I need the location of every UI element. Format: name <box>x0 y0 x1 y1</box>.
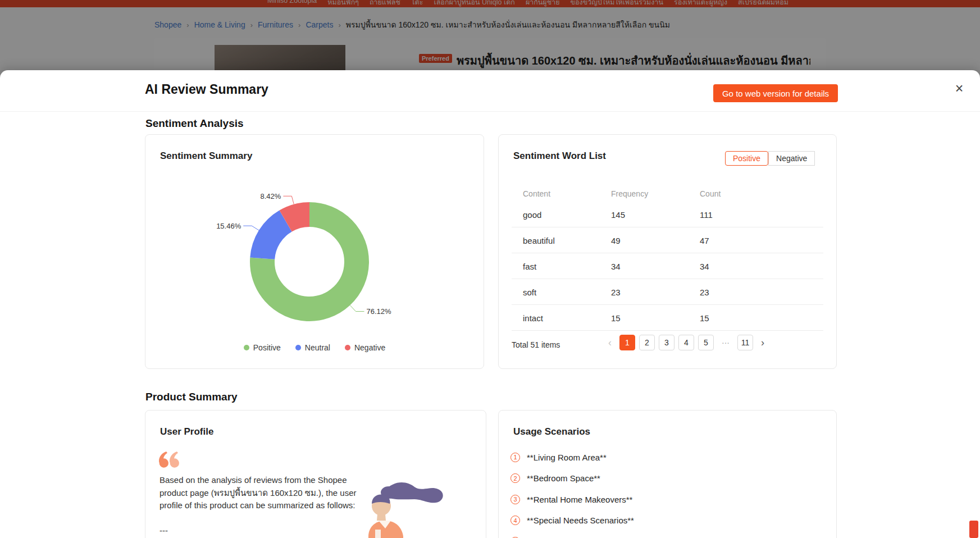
pagination-total: Total 51 items <box>512 340 560 349</box>
usage-scenario-item: 4 **Special Needs Scenarios** <box>510 510 634 531</box>
cell-frequency: 145 <box>611 209 625 219</box>
user-profile-title: User Profile <box>160 426 213 437</box>
user-profile-card: User Profile Based on the analysis of re… <box>145 410 486 538</box>
column-header-count: Count <box>700 189 721 198</box>
profile-text-line: product page (พรมปูพื้นขนาด 160x120 ซม.)… <box>159 487 353 500</box>
usage-scenario-text: **Living Room Area** <box>527 453 607 462</box>
pagination-page[interactable]: 1 <box>619 335 635 350</box>
legend-item: Positive <box>244 343 281 352</box>
numbered-circle-icon: 3 <box>510 495 520 504</box>
cell-frequency: 23 <box>611 287 621 297</box>
svg-text:8.42%: 8.42% <box>260 192 281 200</box>
cell-content: beautiful <box>523 235 555 245</box>
legend-dot-icon <box>244 345 249 350</box>
legend-dot-icon <box>295 345 301 350</box>
woman-illustration <box>367 473 452 538</box>
sentiment-toggle: Positive Negative <box>725 151 815 166</box>
numbered-circle-icon: 2 <box>510 473 520 483</box>
sentiment-donut-chart: 76.12%15.46%8.42% <box>145 135 484 368</box>
usage-scenario-text: **Special Needs Scenarios** <box>527 516 634 525</box>
go-to-web-version-button[interactable]: Go to web version for details <box>713 84 838 102</box>
svg-text:76.12%: 76.12% <box>366 307 391 316</box>
usage-scenarios-card: Usage Scenarios 1 **Living Room Area** 2… <box>498 410 837 538</box>
usage-scenario-text: **Rental Home Makeovers** <box>527 495 632 504</box>
cell-content: soft <box>523 287 536 297</box>
cell-count: 23 <box>700 287 709 297</box>
user-profile-text: Based on the analysis of reviews from th… <box>159 474 353 537</box>
modal-title: AI Review Summary <box>145 82 268 97</box>
numbered-circle-icon: 1 <box>510 453 520 462</box>
numbered-circle-icon: 4 <box>510 516 520 525</box>
floating-corner-button[interactable] <box>969 521 978 538</box>
svg-text:15.46%: 15.46% <box>216 222 241 230</box>
profile-text-line: --- <box>159 525 353 537</box>
cell-count: 34 <box>700 261 709 271</box>
sentiment-summary-card: Sentiment Summary 76.12%15.46%8.42% Posi… <box>145 134 484 369</box>
product-summary-heading: Product Summary <box>145 391 238 403</box>
pagination-page[interactable]: ··· <box>718 335 733 350</box>
pagination-page[interactable]: 11 <box>737 335 753 350</box>
pagination-page[interactable]: 4 <box>678 335 694 350</box>
cell-content: intact <box>523 313 543 322</box>
table-row: intact 15 15 <box>512 305 823 331</box>
header-divider <box>0 111 980 112</box>
sentiment-tab[interactable]: Positive <box>725 151 768 166</box>
sentiment-analysis-heading: Sentiment Analysis <box>145 117 244 130</box>
cell-frequency: 34 <box>611 261 621 271</box>
quote-icon <box>158 451 183 471</box>
profile-text-line: Based on the analysis of reviews from th… <box>159 474 353 487</box>
pagination-page[interactable]: 3 <box>659 335 674 350</box>
cell-content: fast <box>523 261 536 271</box>
cell-frequency: 15 <box>611 313 621 322</box>
pagination: ‹ 1 2 3 4 5 ··· 11 › <box>604 335 768 350</box>
usage-scenario-item: 2 **Bedroom Space** <box>510 468 600 489</box>
column-header-frequency: Frequency <box>611 189 648 198</box>
usage-scenario-item: 3 **Rental Home Makeovers** <box>510 489 632 509</box>
cell-content: good <box>523 209 541 219</box>
sentiment-tab[interactable]: Negative <box>768 151 815 166</box>
usage-scenario-item: 1 **Living Room Area** <box>510 447 607 467</box>
close-icon[interactable]: × <box>950 79 968 97</box>
table-row: beautiful 49 47 <box>512 227 823 253</box>
sentiment-word-list-card: Sentiment Word List Positive Negative Co… <box>498 134 837 369</box>
column-header-content: Content <box>523 189 550 198</box>
table-row: fast 34 34 <box>512 253 823 279</box>
chart-legend: PositiveNeutralNegative <box>145 343 484 352</box>
profile-text-line <box>159 512 353 525</box>
cell-count: 111 <box>700 209 713 219</box>
cell-count: 47 <box>700 235 709 245</box>
usage-scenario-text: **Bedroom Space** <box>527 473 600 483</box>
word-table-body: good 145 111 beautiful 49 47 fast 34 34 <box>512 202 823 331</box>
cell-frequency: 49 <box>611 235 621 245</box>
ai-review-summary-modal: AI Review Summary Go to web version for … <box>0 70 980 538</box>
legend-item: Negative <box>345 343 385 352</box>
pagination-next-icon[interactable]: › <box>757 335 768 350</box>
table-row: soft 23 23 <box>512 279 823 305</box>
pagination-page[interactable]: 2 <box>639 335 655 350</box>
profile-text-line: profile of this product can be summarize… <box>159 499 353 512</box>
pagination-prev-icon[interactable]: ‹ <box>604 335 616 350</box>
usage-scenarios-title: Usage Scenarios <box>513 426 590 437</box>
cell-count: 15 <box>700 313 709 322</box>
legend-item: Neutral <box>295 343 330 352</box>
pagination-page[interactable]: 5 <box>698 335 714 350</box>
usage-scenario-item: 5 Note: Use the above scenarios to descr… <box>510 531 829 538</box>
table-row: good 145 111 <box>512 202 823 227</box>
legend-dot-icon <box>345 345 350 350</box>
sentiment-word-list-title: Sentiment Word List <box>513 151 606 162</box>
